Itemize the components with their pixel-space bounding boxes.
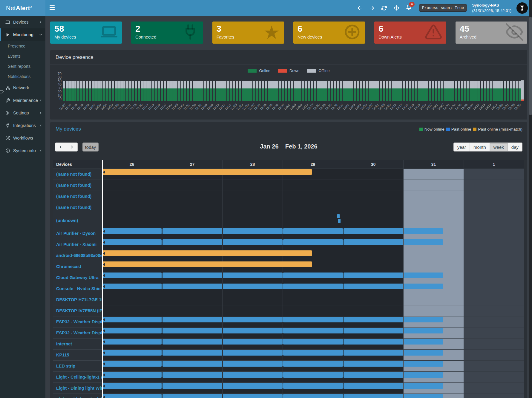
card-new-devices[interactable]: 6New devices: [293, 22, 365, 44]
presence-mark[interactable]: [338, 219, 341, 223]
device-name-link[interactable]: (name not found): [53, 169, 102, 180]
card-connected[interactable]: 2Connected: [131, 22, 203, 44]
presence-bar-online[interactable]: [102, 383, 162, 389]
view-button-day[interactable]: day: [508, 143, 522, 151]
presence-bar-online[interactable]: [102, 372, 162, 378]
presence-bar-online[interactable]: [344, 328, 403, 333]
presence-bar-online[interactable]: [344, 339, 403, 345]
device-name-link[interactable]: (name not found): [53, 191, 102, 202]
presence-bar-online[interactable]: [344, 372, 403, 378]
sidebar-subitem-presence[interactable]: Presence: [0, 41, 45, 51]
presence-bar-online[interactable]: [102, 284, 162, 289]
presence-bar-online[interactable]: [344, 394, 403, 398]
presence-bar-online[interactable]: [102, 317, 162, 322]
device-name-link[interactable]: (unknown): [53, 213, 102, 228]
page-scrollbar[interactable]: [529, 0, 532, 398]
presence-bar-online[interactable]: [223, 361, 283, 367]
presence-bar-online[interactable]: [344, 239, 403, 245]
device-name-link[interactable]: (name not found): [53, 202, 102, 213]
legend-item-offline[interactable]: Offline: [307, 68, 329, 73]
device-name-link[interactable]: Air Purifier - Dyson: [53, 228, 102, 239]
move-icon[interactable]: [393, 4, 400, 12]
presence-bar-online[interactable]: [283, 273, 343, 278]
presence-bar-online[interactable]: [283, 328, 343, 333]
card-archived[interactable]: 45Archived: [456, 22, 527, 44]
sidebar-subitem-notifications[interactable]: Notifications: [0, 71, 45, 82]
sidebar-item-network[interactable]: Network: [0, 82, 45, 94]
sidebar-item-workflows[interactable]: Workflows: [0, 132, 45, 144]
presence-bar-online[interactable]: [404, 284, 443, 289]
scrollbar-thumb[interactable]: [529, 17, 532, 115]
presence-bar-online[interactable]: [223, 284, 283, 289]
sidebar-subitem-sent-reports[interactable]: Sent reports: [0, 61, 45, 71]
presence-bar-mismatch[interactable]: [102, 169, 312, 175]
device-name-link[interactable]: Chromecast: [53, 261, 102, 272]
legend-item-down[interactable]: Down: [278, 68, 299, 73]
presence-bar-online[interactable]: [344, 317, 403, 322]
sidebar-toggle-button[interactable]: [50, 4, 55, 11]
forward-arrow-icon[interactable]: [368, 4, 375, 12]
presence-bar-online[interactable]: [344, 284, 403, 289]
card-my-devices[interactable]: 58My devices: [50, 22, 122, 44]
presence-bar-online[interactable]: [102, 228, 162, 234]
presence-bar-online[interactable]: [404, 228, 443, 234]
presence-bar-online[interactable]: [404, 317, 443, 322]
presence-bar-online[interactable]: [223, 273, 283, 278]
presence-bar-online[interactable]: [344, 350, 403, 356]
device-name-link[interactable]: DESKTOP-IV7E55N (IP ma: [53, 305, 102, 316]
presence-bar-online[interactable]: [404, 394, 443, 398]
feedback-tag-icon[interactable]: [0, 88, 5, 96]
user-avatar[interactable]: [516, 2, 528, 14]
presence-bar-online[interactable]: [102, 394, 162, 398]
card-down-alerts[interactable]: 6Down Alerts: [374, 22, 446, 44]
presence-bar-online[interactable]: [223, 350, 283, 356]
presence-bar-online[interactable]: [404, 372, 443, 378]
device-name-link[interactable]: DESKTOP-H71L7GE 1f:99: [53, 294, 102, 305]
presence-bar-online[interactable]: [223, 317, 283, 322]
presence-bar-online[interactable]: [162, 339, 222, 345]
presence-bar-online[interactable]: [283, 361, 343, 367]
device-name-link[interactable]: Cloud Gateway Ultra: [53, 272, 102, 283]
device-name-link[interactable]: (name not found): [53, 180, 102, 191]
presence-bar-online[interactable]: [404, 361, 443, 367]
presence-bar-online[interactable]: [102, 273, 162, 278]
presence-bar-online[interactable]: [223, 228, 283, 234]
presence-bar-mismatch[interactable]: [102, 250, 312, 256]
notifications-bell-icon[interactable]: 4: [405, 4, 412, 12]
sidebar-item-monitoring[interactable]: Monitoring: [0, 28, 45, 41]
presence-bar-online[interactable]: [344, 361, 403, 367]
presence-bar-online[interactable]: [223, 339, 283, 345]
refresh-icon[interactable]: [381, 4, 388, 12]
presence-bar-online[interactable]: [344, 273, 403, 278]
presence-bar-online[interactable]: [404, 339, 443, 345]
presence-bar-online[interactable]: [404, 350, 443, 356]
legend-item-online[interactable]: Online: [248, 68, 270, 73]
presence-bar-online[interactable]: [223, 383, 283, 389]
presence-bar-online[interactable]: [162, 328, 222, 333]
presence-bar-online[interactable]: [283, 284, 343, 289]
card-favorites[interactable]: 3Favorites★: [212, 22, 284, 44]
presence-bar-online[interactable]: [223, 239, 283, 245]
presence-bar-online[interactable]: [344, 228, 403, 234]
app-logo[interactable]: NetAlertx: [0, 0, 45, 16]
presence-bar-online[interactable]: [223, 328, 283, 333]
presence-mark[interactable]: [337, 214, 340, 218]
device-name-link[interactable]: Internet: [53, 339, 102, 350]
presence-bar-online[interactable]: [162, 284, 222, 289]
presence-bar-online[interactable]: [283, 339, 343, 345]
presence-bar-online[interactable]: [162, 317, 222, 322]
presence-bar-online[interactable]: [162, 361, 222, 367]
device-name-link[interactable]: Light - Sideboard WiFi: [53, 394, 102, 398]
presence-bar-online[interactable]: [344, 383, 403, 389]
presence-bar-online[interactable]: [162, 273, 222, 278]
sidebar-item-integrations[interactable]: Integrations: [0, 119, 45, 132]
view-button-week[interactable]: week: [490, 143, 508, 151]
presence-bar-online[interactable]: [283, 239, 343, 245]
presence-bar-mismatch[interactable]: [102, 261, 312, 267]
presence-bar-online[interactable]: [283, 317, 343, 322]
back-arrow-icon[interactable]: [356, 4, 363, 12]
presence-bar-online[interactable]: [223, 372, 283, 378]
presence-bar-online[interactable]: [404, 383, 443, 389]
presence-bar-online[interactable]: [404, 328, 443, 333]
device-name-link[interactable]: android-68608b93a00e4: [53, 250, 102, 261]
